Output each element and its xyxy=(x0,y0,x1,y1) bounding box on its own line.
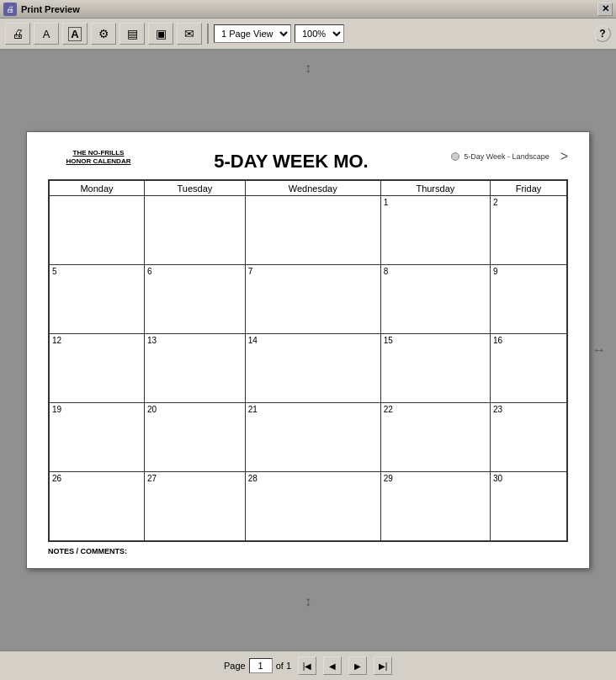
day-cell: 7 xyxy=(245,265,380,334)
day-cell xyxy=(144,196,245,265)
prev-page-icon: ◀ xyxy=(329,661,336,671)
calendar-title: 5-DAY WEEK MO. xyxy=(149,151,433,173)
down-arrow-icon: ↕ xyxy=(305,594,311,608)
day-cell: 6 xyxy=(144,265,245,334)
email-button[interactable]: ✉ xyxy=(177,23,202,45)
full-page-icon: ▣ xyxy=(156,27,167,40)
col-monday: Monday xyxy=(50,181,145,196)
up-arrow-icon: ↕ xyxy=(305,61,311,75)
close-button[interactable]: ✕ xyxy=(597,3,613,16)
day-cell: 12 xyxy=(50,334,145,403)
settings-button[interactable]: ⚙ xyxy=(91,23,116,45)
next-page-button[interactable]: ▶ xyxy=(348,656,367,675)
day-cell: 27 xyxy=(144,472,245,541)
first-page-button[interactable]: |◀ xyxy=(298,656,316,675)
page-label: Page xyxy=(224,661,246,671)
of-label: of 1 xyxy=(276,661,291,671)
table-row: 5 6 7 8 9 xyxy=(50,265,567,334)
day-cell: 21 xyxy=(245,403,380,472)
day-cell: 22 xyxy=(380,403,490,472)
honor-calendar-label: THE NO-FRILLS HONOR CALENDAR xyxy=(48,149,149,167)
toolbar-separator xyxy=(207,24,209,44)
gear-icon: ⚙ xyxy=(98,27,109,40)
day-cell: 16 xyxy=(490,334,566,403)
radio-button xyxy=(451,152,459,161)
page-type-label: 5-Day Week - Landscape xyxy=(464,152,549,161)
page-bottom-bar: Page of 1 |◀ ◀ ▶ ▶| xyxy=(0,650,616,680)
day-cell: 2 xyxy=(490,196,566,265)
page-number-input[interactable] xyxy=(249,658,273,673)
title-bar: 🖨 Print Preview ✕ xyxy=(0,0,616,19)
day-cell: 5 xyxy=(50,265,145,334)
day-cell: 23 xyxy=(490,403,566,472)
print-page: THE NO-FRILLS HONOR CALENDAR 5-DAY WEEK … xyxy=(26,131,590,569)
shrink-button[interactable]: ▤ xyxy=(119,23,145,45)
day-cell: 14 xyxy=(245,334,380,403)
preview-area: ↔ ↕ THE NO-FRILLS HONOR CALENDAR 5-DAY W… xyxy=(0,50,616,650)
col-thursday: Thursday xyxy=(380,181,490,196)
view-select[interactable]: 1 Page View 2 Page View 3 Page View xyxy=(214,24,291,43)
scroll-up-area[interactable]: ↕ xyxy=(305,61,311,76)
scroll-right-arrow[interactable]: ↔ xyxy=(592,343,606,358)
bold-text-button[interactable]: A xyxy=(62,23,88,45)
day-cell xyxy=(50,196,145,265)
scroll-down-area[interactable]: ↕ xyxy=(305,594,311,609)
print-button[interactable]: 🖨 xyxy=(5,23,30,45)
table-row: 26 27 28 29 30 xyxy=(50,472,567,541)
help-button[interactable]: ? xyxy=(594,25,611,42)
full-page-button[interactable]: ▣ xyxy=(148,23,173,45)
day-cell: 1 xyxy=(380,196,490,265)
calendar-grid: Monday Tuesday Wednesday Thursday Friday… xyxy=(48,179,568,542)
col-wednesday: Wednesday xyxy=(245,181,380,196)
page-indicator: Page of 1 xyxy=(224,658,291,673)
day-cell: 19 xyxy=(50,403,145,472)
last-page-button[interactable]: ▶| xyxy=(374,656,392,675)
last-page-icon: ▶| xyxy=(379,661,388,671)
day-cell xyxy=(245,196,380,265)
bold-text-icon: A xyxy=(68,27,81,41)
text-button[interactable]: A xyxy=(34,23,59,45)
email-icon: ✉ xyxy=(184,27,194,40)
page-header: THE NO-FRILLS HONOR CALENDAR 5-DAY WEEK … xyxy=(48,149,568,173)
table-row: 12 13 14 15 16 xyxy=(50,334,567,403)
day-cell: 26 xyxy=(50,472,145,541)
day-cell: 28 xyxy=(245,472,380,541)
next-page-icon: ▶ xyxy=(354,661,361,671)
notes-label: NOTES / COMMENTS: xyxy=(48,547,568,555)
text-icon: A xyxy=(43,28,50,40)
print-icon: 🖨 xyxy=(12,27,24,40)
first-page-icon: |◀ xyxy=(303,661,312,671)
col-friday: Friday xyxy=(490,181,566,196)
day-cell: 20 xyxy=(144,403,245,472)
prev-page-button[interactable]: ◀ xyxy=(323,656,342,675)
col-tuesday: Tuesday xyxy=(144,181,245,196)
table-row: 1 2 xyxy=(50,196,567,265)
toolbar: 🖨 A A ⚙ ▤ ▣ ✉ 1 Page View 2 Page View 3 … xyxy=(0,19,616,50)
next-template-button[interactable]: > xyxy=(560,149,568,164)
day-cell: 30 xyxy=(490,472,566,541)
day-cell: 8 xyxy=(380,265,490,334)
zoom-select[interactable]: 50% 75% 100% 125% 150% xyxy=(295,24,344,43)
page-type-area: 5-Day Week - Landscape > xyxy=(433,149,568,164)
day-cell: 13 xyxy=(144,334,245,403)
day-cell: 9 xyxy=(490,265,566,334)
day-cell: 15 xyxy=(380,334,490,403)
table-row: 19 20 21 22 23 xyxy=(50,403,567,472)
app-icon: 🖨 xyxy=(3,3,17,16)
day-cell: 29 xyxy=(380,472,490,541)
shrink-icon: ▤ xyxy=(127,27,138,40)
window-title: Print Preview xyxy=(21,4,80,14)
right-arrow-icon: ↔ xyxy=(592,343,606,357)
